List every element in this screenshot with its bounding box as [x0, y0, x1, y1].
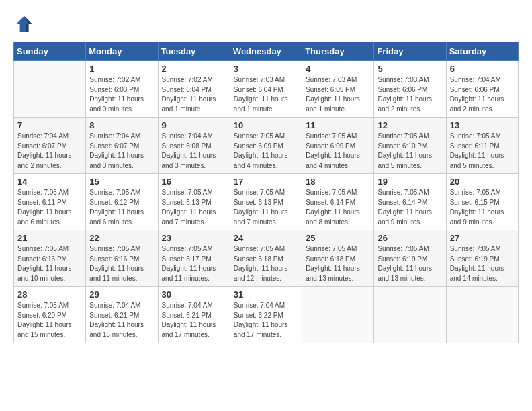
day-number: 26: [378, 233, 442, 243]
calendar-cell: 30Sunrise: 7:04 AMSunset: 6:21 PMDayligh…: [158, 287, 230, 343]
day-info: Sunrise: 7:04 AMSunset: 6:07 PMDaylight:…: [17, 132, 82, 171]
day-header-wednesday: Wednesday: [230, 42, 302, 61]
day-number: 16: [162, 177, 226, 187]
calendar-cell: [374, 287, 446, 343]
calendar-week-row: 21Sunrise: 7:05 AMSunset: 6:16 PMDayligh…: [14, 230, 519, 287]
day-info: Sunrise: 7:05 AMSunset: 6:12 PMDaylight:…: [89, 188, 154, 227]
day-info: Sunrise: 7:05 AMSunset: 6:14 PMDaylight:…: [306, 188, 370, 227]
day-number: 4: [306, 64, 370, 74]
day-info: Sunrise: 7:02 AMSunset: 6:03 PMDaylight:…: [89, 75, 154, 114]
calendar-cell: 26Sunrise: 7:05 AMSunset: 6:19 PMDayligh…: [374, 230, 446, 287]
day-number: 23: [162, 233, 226, 243]
calendar-week-row: 7Sunrise: 7:04 AMSunset: 6:07 PMDaylight…: [14, 118, 519, 174]
day-info: Sunrise: 7:05 AMSunset: 6:13 PMDaylight:…: [234, 188, 298, 227]
day-number: 19: [378, 177, 442, 187]
day-info: Sunrise: 7:04 AMSunset: 6:22 PMDaylight:…: [234, 301, 298, 340]
calendar-cell: 13Sunrise: 7:05 AMSunset: 6:11 PMDayligh…: [446, 118, 518, 174]
calendar-cell: 20Sunrise: 7:05 AMSunset: 6:15 PMDayligh…: [446, 174, 518, 230]
day-info: Sunrise: 7:05 AMSunset: 6:16 PMDaylight:…: [17, 244, 82, 283]
day-number: 14: [17, 177, 82, 187]
calendar-header-row: SundayMondayTuesdayWednesdayThursdayFrid…: [14, 42, 519, 61]
logo: [13, 13, 38, 35]
calendar-cell: 22Sunrise: 7:05 AMSunset: 6:16 PMDayligh…: [86, 230, 158, 287]
day-info: Sunrise: 7:05 AMSunset: 6:10 PMDaylight:…: [378, 132, 442, 171]
day-info: Sunrise: 7:03 AMSunset: 6:06 PMDaylight:…: [378, 75, 442, 114]
day-info: Sunrise: 7:04 AMSunset: 6:06 PMDaylight:…: [450, 75, 515, 114]
day-info: Sunrise: 7:05 AMSunset: 6:14 PMDaylight:…: [378, 188, 442, 227]
calendar-table: SundayMondayTuesdayWednesdayThursdayFrid…: [13, 42, 519, 343]
day-number: 13: [450, 120, 515, 130]
day-number: 1: [89, 64, 154, 74]
calendar-cell: 3Sunrise: 7:03 AMSunset: 6:04 PMDaylight…: [230, 61, 302, 118]
calendar-cell: 5Sunrise: 7:03 AMSunset: 6:06 PMDaylight…: [374, 61, 446, 118]
day-number: 6: [450, 64, 515, 74]
day-header-saturday: Saturday: [446, 42, 518, 61]
day-info: Sunrise: 7:05 AMSunset: 6:18 PMDaylight:…: [306, 244, 370, 283]
calendar-cell: 15Sunrise: 7:05 AMSunset: 6:12 PMDayligh…: [86, 174, 158, 230]
day-info: Sunrise: 7:05 AMSunset: 6:15 PMDaylight:…: [450, 188, 515, 227]
calendar-cell: 27Sunrise: 7:05 AMSunset: 6:19 PMDayligh…: [446, 230, 518, 287]
day-number: 21: [17, 233, 82, 243]
calendar-cell: 16Sunrise: 7:05 AMSunset: 6:13 PMDayligh…: [158, 174, 230, 230]
day-number: 30: [162, 289, 226, 300]
day-number: 12: [378, 120, 442, 130]
day-header-tuesday: Tuesday: [158, 42, 230, 61]
day-info: Sunrise: 7:02 AMSunset: 6:04 PMDaylight:…: [162, 75, 226, 114]
calendar-cell: 21Sunrise: 7:05 AMSunset: 6:16 PMDayligh…: [14, 230, 86, 287]
day-info: Sunrise: 7:04 AMSunset: 6:21 PMDaylight:…: [89, 301, 154, 340]
day-number: 5: [378, 64, 442, 74]
calendar-cell: 29Sunrise: 7:04 AMSunset: 6:21 PMDayligh…: [86, 287, 158, 343]
day-info: Sunrise: 7:04 AMSunset: 6:21 PMDaylight:…: [162, 301, 226, 340]
day-number: 10: [234, 120, 298, 130]
day-number: 25: [306, 233, 370, 243]
day-number: 7: [17, 120, 82, 130]
calendar-cell: [446, 287, 518, 343]
calendar-cell: 4Sunrise: 7:03 AMSunset: 6:05 PMDaylight…: [302, 61, 374, 118]
day-info: Sunrise: 7:05 AMSunset: 6:11 PMDaylight:…: [450, 132, 515, 171]
calendar-cell: 28Sunrise: 7:05 AMSunset: 6:20 PMDayligh…: [14, 287, 86, 343]
calendar-cell: 12Sunrise: 7:05 AMSunset: 6:10 PMDayligh…: [374, 118, 446, 174]
day-number: 3: [234, 64, 298, 74]
calendar-cell: 7Sunrise: 7:04 AMSunset: 6:07 PMDaylight…: [14, 118, 86, 174]
day-number: 20: [450, 177, 515, 187]
day-number: 28: [17, 289, 82, 300]
calendar-cell: 1Sunrise: 7:02 AMSunset: 6:03 PMDaylight…: [86, 61, 158, 118]
calendar-cell: [14, 61, 86, 118]
day-info: Sunrise: 7:05 AMSunset: 6:13 PMDaylight:…: [162, 188, 226, 227]
calendar-week-row: 1Sunrise: 7:02 AMSunset: 6:03 PMDaylight…: [14, 61, 519, 118]
calendar-cell: [302, 287, 374, 343]
day-number: 15: [89, 177, 154, 187]
day-info: Sunrise: 7:05 AMSunset: 6:20 PMDaylight:…: [17, 301, 82, 340]
day-number: 29: [89, 289, 154, 300]
calendar-week-row: 14Sunrise: 7:05 AMSunset: 6:11 PMDayligh…: [14, 174, 519, 230]
day-info: Sunrise: 7:05 AMSunset: 6:18 PMDaylight:…: [234, 244, 298, 283]
logo-icon: [13, 13, 35, 35]
day-info: Sunrise: 7:05 AMSunset: 6:19 PMDaylight:…: [378, 244, 442, 283]
calendar-cell: 2Sunrise: 7:02 AMSunset: 6:04 PMDaylight…: [158, 61, 230, 118]
calendar-cell: 19Sunrise: 7:05 AMSunset: 6:14 PMDayligh…: [374, 174, 446, 230]
day-info: Sunrise: 7:03 AMSunset: 6:04 PMDaylight:…: [234, 75, 298, 114]
day-header-thursday: Thursday: [302, 42, 374, 61]
day-info: Sunrise: 7:05 AMSunset: 6:16 PMDaylight:…: [89, 244, 154, 283]
day-number: 31: [234, 289, 298, 300]
day-number: 18: [306, 177, 370, 187]
day-number: 11: [306, 120, 370, 130]
day-number: 2: [162, 64, 226, 74]
day-number: 8: [89, 120, 154, 130]
day-info: Sunrise: 7:05 AMSunset: 6:11 PMDaylight:…: [17, 188, 82, 227]
day-number: 9: [162, 120, 226, 130]
day-info: Sunrise: 7:05 AMSunset: 6:17 PMDaylight:…: [162, 244, 226, 283]
calendar-cell: 14Sunrise: 7:05 AMSunset: 6:11 PMDayligh…: [14, 174, 86, 230]
day-info: Sunrise: 7:03 AMSunset: 6:05 PMDaylight:…: [306, 75, 370, 114]
calendar-cell: 24Sunrise: 7:05 AMSunset: 6:18 PMDayligh…: [230, 230, 302, 287]
day-number: 22: [89, 233, 154, 243]
day-number: 27: [450, 233, 515, 243]
calendar-cell: 18Sunrise: 7:05 AMSunset: 6:14 PMDayligh…: [302, 174, 374, 230]
calendar-cell: 11Sunrise: 7:05 AMSunset: 6:09 PMDayligh…: [302, 118, 374, 174]
day-header-monday: Monday: [86, 42, 158, 61]
calendar-cell: 17Sunrise: 7:05 AMSunset: 6:13 PMDayligh…: [230, 174, 302, 230]
day-header-friday: Friday: [374, 42, 446, 61]
calendar-week-row: 28Sunrise: 7:05 AMSunset: 6:20 PMDayligh…: [14, 287, 519, 343]
calendar-cell: 31Sunrise: 7:04 AMSunset: 6:22 PMDayligh…: [230, 287, 302, 343]
page-header: [13, 13, 519, 35]
